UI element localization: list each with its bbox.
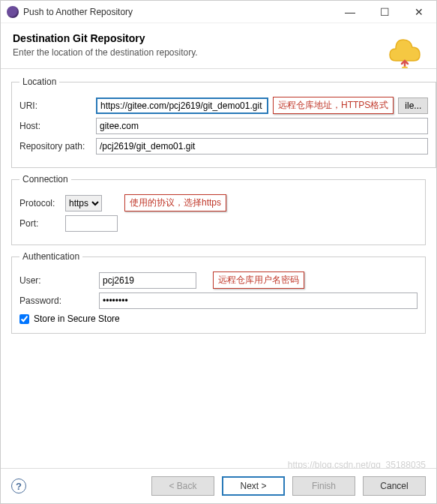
titlebar: Push to Another Repository — ☐ ✕ xyxy=(1,1,436,23)
window-controls: — ☐ ✕ xyxy=(333,1,436,22)
auth-group: Authentication User: 远程仓库用户名密码 Password:… xyxy=(11,251,426,334)
repo-path-label: Repository path: xyxy=(19,141,91,152)
auth-legend: Authentication xyxy=(19,251,82,262)
user-label: User: xyxy=(19,275,94,286)
connection-group: Connection Protocol: https 使用的协议，选择https… xyxy=(11,174,426,245)
window-title: Push to Another Repository xyxy=(23,7,333,17)
location-group: Location URI: 远程仓库地址，HTTPS格式 ile... Host… xyxy=(11,76,436,168)
dialog-footer: ? < Back Next > Finish Cancel xyxy=(1,468,436,503)
app-icon xyxy=(7,6,19,18)
uri-label: URI: xyxy=(19,100,91,111)
password-input[interactable] xyxy=(99,292,418,309)
finish-button[interactable]: Finish xyxy=(292,476,355,496)
store-secure-checkbox[interactable] xyxy=(19,314,29,324)
dialog-header: Destination Git Repository Enter the loc… xyxy=(1,23,436,69)
password-label: Password: xyxy=(19,296,94,306)
dialog-content: Location URI: 远程仓库地址，HTTPS格式 ile... Host… xyxy=(1,69,436,475)
repo-path-input[interactable] xyxy=(96,138,428,154)
content-spacer xyxy=(11,340,426,467)
next-button[interactable]: Next > xyxy=(222,476,285,496)
header-title: Destination Git Repository xyxy=(13,32,424,44)
back-button[interactable]: < Back xyxy=(151,476,214,496)
minimize-button[interactable]: — xyxy=(333,1,367,22)
header-subtitle: Enter the location of the destination re… xyxy=(13,47,424,58)
annotation-auth: 远程仓库用户名密码 xyxy=(213,272,304,289)
annotation-protocol: 使用的协议，选择https xyxy=(124,194,226,212)
connection-legend: Connection xyxy=(19,174,71,184)
port-label: Port: xyxy=(19,218,61,229)
protocol-label: Protocol: xyxy=(19,198,61,208)
local-file-button[interactable]: ile... xyxy=(398,98,428,114)
cancel-button[interactable]: Cancel xyxy=(363,476,426,496)
maximize-button[interactable]: ☐ xyxy=(367,1,402,22)
close-button[interactable]: ✕ xyxy=(402,1,436,22)
annotation-uri: 远程仓库地址，HTTPS格式 xyxy=(273,97,394,114)
help-icon[interactable]: ? xyxy=(11,478,26,494)
uri-input[interactable] xyxy=(96,98,268,114)
protocol-select[interactable]: https xyxy=(65,195,102,212)
port-input[interactable] xyxy=(65,215,118,232)
svg-point-0 xyxy=(402,67,408,69)
location-legend: Location xyxy=(19,76,59,87)
user-input[interactable] xyxy=(99,272,196,289)
cloud-upload-icon xyxy=(385,31,423,70)
host-label: Host: xyxy=(19,121,91,131)
host-input[interactable] xyxy=(96,118,428,134)
store-secure-label: Store in Secure Store xyxy=(34,314,120,324)
